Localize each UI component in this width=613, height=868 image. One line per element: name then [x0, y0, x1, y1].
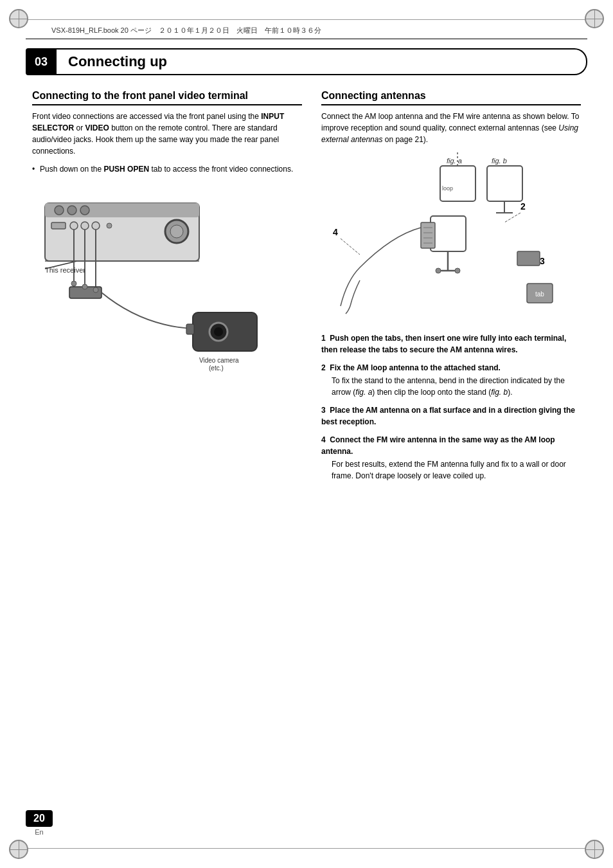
svg-point-4: [80, 206, 89, 215]
svg-point-26: [93, 287, 98, 293]
svg-text:tab: tab: [535, 291, 544, 298]
svg-point-20: [214, 327, 223, 336]
receiver-diagram-svg: This receiver Video camera (etc.): [32, 184, 276, 377]
svg-point-11: [170, 225, 183, 238]
right-section-title: Connecting antennas: [321, 90, 581, 105]
step-2: 2 Fix the AM loop antenna to the attache…: [321, 362, 581, 398]
left-section-title-text: Connecting to the front panel video term…: [32, 90, 248, 101]
bottom-border: [19, 848, 594, 849]
corner-crosshair-tr: [585, 9, 604, 28]
corner-crosshair-br: [585, 840, 604, 859]
step-4-body: For best results, extend the FM antenna …: [321, 458, 581, 482]
svg-rect-36: [431, 216, 466, 251]
steps-container: 1 Push open the tabs, then insert one wi…: [321, 332, 581, 482]
footer: 20 En: [26, 810, 53, 836]
svg-line-50: [504, 213, 520, 222]
corner-crosshair-tl: [9, 9, 28, 28]
left-diagram: This receiver Video camera (etc.): [32, 184, 302, 379]
svg-line-54: [341, 239, 360, 255]
chapter-heading: 03 Connecting up: [26, 48, 587, 75]
header-divider: [26, 39, 587, 39]
svg-text:Video camera: Video camera: [199, 357, 239, 364]
svg-rect-52: [517, 251, 540, 266]
step-3: 3 Place the AM antenna on a flat surface…: [321, 404, 581, 428]
step-2-body: To fix the stand to the antenna, bend in…: [321, 375, 581, 398]
bullet-item: Push down on the PUSH OPEN tab to access…: [32, 163, 302, 175]
svg-point-7: [81, 222, 89, 230]
step-4: 4 Connect the FM wire antenna in the sam…: [321, 434, 581, 482]
left-column: Connecting to the front panel video term…: [32, 90, 302, 379]
svg-point-40: [455, 268, 460, 273]
header-meta: VSX-819H_RLF.book 20 ページ ２０１０年１月２０日 火曜日 …: [51, 26, 321, 35]
svg-text:fig. a: fig. a: [447, 157, 462, 165]
svg-point-9: [107, 223, 112, 228]
svg-text:2: 2: [520, 201, 526, 212]
svg-text:4: 4: [333, 227, 338, 237]
chapter-title: Connecting up: [57, 48, 587, 75]
page-number: 20: [26, 810, 53, 827]
svg-rect-23: [186, 324, 194, 334]
svg-text:fig. b: fig. b: [492, 157, 507, 165]
corner-crosshair-bl: [9, 840, 28, 859]
step-4-header-text: Connect the FM wire antenna in the same …: [321, 435, 555, 456]
step-2-header-text: Fix the AM loop antenna to the attached …: [330, 363, 501, 372]
step-1: 1 Push open the tabs, then insert one wi…: [321, 332, 581, 356]
step-3-header-text: Place the AM antenna on a flat surface a…: [321, 406, 575, 426]
step-4-body-text: For best results, extend the FM antenna …: [332, 460, 566, 480]
header-meta-text: VSX-819H_RLF.book 20 ページ ２０１０年１月２０日 火曜日 …: [51, 26, 321, 34]
svg-point-6: [70, 222, 78, 230]
svg-point-39: [436, 268, 441, 273]
svg-text:(etc.): (etc.): [209, 365, 224, 372]
svg-point-25: [82, 284, 87, 289]
step-3-header: 3 Place the AM antenna on a flat surface…: [321, 404, 581, 428]
svg-rect-30: [440, 166, 475, 201]
svg-point-8: [92, 222, 100, 230]
svg-point-24: [71, 281, 76, 286]
right-column: Connecting antennas Connect the AM loop …: [321, 90, 581, 488]
svg-rect-41: [421, 222, 435, 248]
svg-rect-5: [51, 222, 66, 229]
svg-point-2: [55, 206, 64, 215]
right-section-body: Connect the AM loop antenna and the FM w…: [321, 111, 581, 145]
svg-text:loop: loop: [442, 185, 453, 192]
right-section-title-text: Connecting antennas: [321, 90, 426, 101]
step-4-header: 4 Connect the FM wire antenna in the sam…: [321, 434, 581, 457]
step-2-header: 2 Fix the AM loop antenna to the attache…: [321, 362, 581, 374]
footer-lang: En: [26, 828, 53, 836]
step-1-header: 1 Push open the tabs, then insert one wi…: [321, 332, 581, 356]
left-section-title: Connecting to the front panel video term…: [32, 90, 302, 105]
top-border: [19, 19, 594, 20]
svg-rect-33: [487, 166, 522, 201]
left-section-body: Front video connections are accessed via…: [32, 111, 302, 157]
content-area: Connecting to the front panel video term…: [32, 90, 581, 791]
chapter-number: 03: [26, 48, 57, 75]
right-diagram: fig. a fig. b loop: [321, 152, 581, 327]
step-1-header-text: Push open the tabs, then insert one wire…: [321, 334, 566, 354]
svg-point-3: [67, 206, 76, 215]
antenna-diagram-svg: fig. a fig. b loop: [321, 152, 559, 325]
svg-text:3: 3: [540, 256, 545, 266]
